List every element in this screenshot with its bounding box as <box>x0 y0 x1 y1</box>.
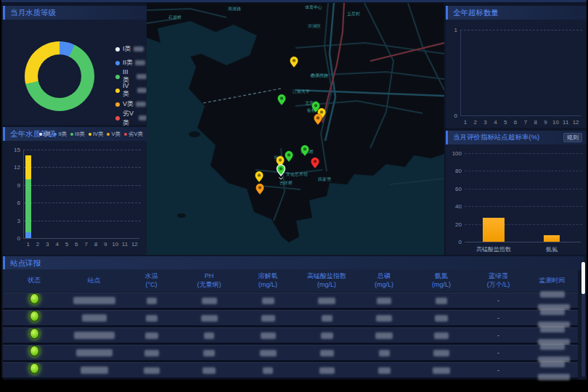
redacted-value <box>144 367 160 374</box>
legend-item-IV类[interactable]: IV类 <box>115 83 147 97</box>
x-tick: 8 <box>91 241 100 248</box>
col-header-PH: PH(无量纲) <box>180 272 238 289</box>
col-header-总磷: 总磷(mg/L) <box>356 272 412 289</box>
redacted-value <box>375 332 393 339</box>
redacted-value <box>73 297 115 304</box>
x-tick: 3 <box>43 241 52 248</box>
algae-value: - <box>470 349 526 356</box>
gridline <box>23 150 141 150</box>
legend-label: 劣V类 <box>128 131 143 138</box>
x-tick: 2 <box>471 119 480 126</box>
col-header-水温: 水温(°C) <box>123 272 180 289</box>
redacted-value <box>203 367 216 374</box>
legend-item-I类[interactable]: I类 <box>115 42 147 56</box>
col-header-氨氮: 氨氮(mg/L) <box>412 272 470 289</box>
stacked-bar-II类[interactable] <box>25 232 31 238</box>
gridline <box>23 203 141 203</box>
panel-month-rate: 当月评价指标站点超标率(%) 规则 020406080100高锰酸盐指数氨氮 <box>446 131 587 255</box>
map-label: 薛家里 <box>318 176 332 181</box>
legend-dot <box>107 133 110 136</box>
legend-item-I类[interactable]: I类 <box>39 130 51 138</box>
table-row[interactable]: - <box>3 327 578 345</box>
gridline <box>23 221 141 221</box>
redacted-value <box>136 102 146 107</box>
table-scrollbar[interactable] <box>581 262 585 377</box>
gridline <box>23 185 141 186</box>
redacted-value <box>540 361 565 367</box>
gridline <box>465 189 582 189</box>
gridline <box>460 30 582 30</box>
map-island <box>177 213 186 218</box>
legend-label: IV类 <box>123 82 135 99</box>
panel-month-rate-header: 当月评价指标站点超标率(%) 规则 <box>446 131 587 144</box>
legend-dot <box>124 133 127 136</box>
redacted-value <box>136 74 147 79</box>
col-header-蓝绿藻: 蓝绿藻(万个/L) <box>470 272 526 289</box>
y-tick: 40 <box>449 203 462 210</box>
algae-value: - <box>470 367 526 374</box>
x-tick: 7 <box>521 119 530 126</box>
algae-value: - <box>470 297 526 304</box>
gridline <box>23 167 141 168</box>
legend-label: V类 <box>123 99 134 109</box>
redacted-value <box>144 350 159 356</box>
map-island <box>189 131 200 137</box>
table-row[interactable]: - <box>3 345 578 362</box>
legend-item-III类[interactable]: III类 <box>70 130 85 138</box>
x-tick: 6 <box>72 241 81 248</box>
y-tick: 0 <box>12 235 20 242</box>
month-rate-chart: 020406080100高锰酸盐指数氨氮 <box>446 144 587 255</box>
redacted-value <box>540 291 565 298</box>
status-indicator-green <box>30 293 39 304</box>
col-header-监测时间: 监测时间 <box>526 277 578 285</box>
table-scrollbar-thumb[interactable] <box>581 262 585 294</box>
stacked-bar-III类[interactable] <box>25 179 31 232</box>
redacted-value <box>434 332 449 339</box>
map[interactable]: 石塘桥渔港路体育中心滨湖区五星村蠡溪西路江南大学北亚桥板桥青祁桥叶春文化艺术馆吉… <box>147 3 444 255</box>
status-indicator-green <box>30 363 39 374</box>
x-tick: 4 <box>53 241 62 248</box>
redacted-value <box>134 46 144 52</box>
table-row[interactable]: - <box>3 293 578 310</box>
table-row[interactable]: - <box>3 362 578 380</box>
x-category: 高锰酸盐指数 <box>462 245 526 253</box>
redacted-value <box>321 332 333 339</box>
rate-bar-氨氮[interactable] <box>544 235 560 242</box>
legend-item-劣V类[interactable]: 劣V类 <box>115 111 147 125</box>
stacked-bar-IV类[interactable] <box>25 155 31 179</box>
rules-button[interactable]: 规则 <box>563 133 582 142</box>
map-label: 滨湖区 <box>308 23 321 28</box>
rate-bar-高锰酸盐指数[interactable] <box>483 218 505 242</box>
legend-item-IV类[interactable]: IV类 <box>89 130 104 138</box>
map-label: 五星村 <box>347 12 360 17</box>
redacted-value <box>147 298 157 304</box>
y-tick: 6 <box>12 200 20 206</box>
legend-item-V类[interactable]: V类 <box>107 130 121 138</box>
x-tick: 7 <box>82 241 91 248</box>
panel-month-grade-header: 当月水质等级 <box>3 6 147 20</box>
donut-hole <box>38 54 81 98</box>
redacted-value <box>376 315 392 322</box>
y-tick: 0 <box>449 239 462 245</box>
y-tick: 80 <box>449 168 462 174</box>
redacted-value <box>202 298 217 304</box>
legend-label: I类 <box>44 131 51 138</box>
gridline <box>465 171 582 171</box>
redacted-value <box>139 115 147 121</box>
map-panel: 石塘桥渔港路体育中心滨湖区五星村蠡溪西路江南大学北亚桥板桥青祁桥叶春文化艺术馆吉… <box>147 3 444 255</box>
x-tick: 3 <box>481 119 490 126</box>
legend-dot <box>115 102 120 107</box>
y-tick: 20 <box>449 221 462 228</box>
x-tick: 5 <box>62 241 71 248</box>
redacted-value <box>262 298 274 304</box>
table-row[interactable]: - <box>3 310 578 327</box>
month-grade-donut-chart[interactable] <box>25 41 94 111</box>
x-tick: 6 <box>511 119 520 126</box>
gridline <box>465 206 582 207</box>
col-header-溶解氧: 溶解氧(mg/L) <box>238 272 298 289</box>
panel-year-exceed-header: 全年超标数量 <box>446 6 587 20</box>
legend-item-II类[interactable]: II类 <box>54 130 67 138</box>
legend-item-劣V类[interactable]: 劣V类 <box>124 130 143 138</box>
legend-label: I类 <box>123 44 131 54</box>
table-column-headers: 状态站点水温(°C)PH(无量纲)溶解氧(mg/L)高锰酸盐指数(mg/L)总磷… <box>3 269 578 292</box>
